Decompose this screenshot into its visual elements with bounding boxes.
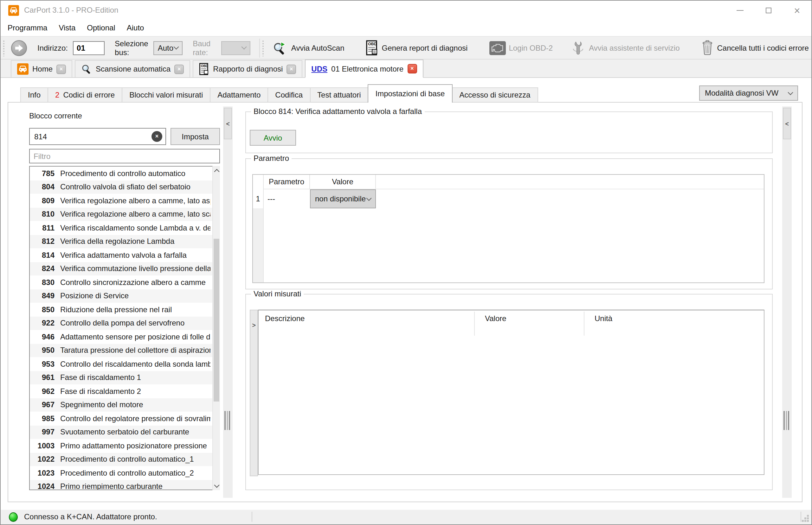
block-list-item[interactable]: 961 Fase di riscaldamento 1: [30, 371, 219, 385]
parameter-group-title: Parametro: [251, 154, 292, 163]
subtab-basic-settings[interactable]: Impostazioni di base: [368, 84, 452, 103]
subtab-info[interactable]: Info: [20, 87, 48, 103]
menu-vista[interactable]: Vista: [53, 21, 81, 35]
left-splitter[interactable]: <: [223, 106, 233, 498]
close-button[interactable]: ×: [783, 1, 811, 20]
block-list-item[interactable]: 953 Controllo del riscaldamento della so…: [30, 357, 219, 371]
parameter-column-header: Parametro: [264, 175, 310, 189]
set-block-button[interactable]: Imposta: [171, 128, 220, 145]
expand-panel-button[interactable]: >: [250, 310, 258, 476]
subtab-adaptation[interactable]: Adattamento: [210, 87, 268, 103]
clear-input-icon[interactable]: ×: [151, 131, 162, 142]
block-description: Procedimento di controllo automatico_2: [60, 469, 211, 478]
subtab-security-access[interactable]: Accesso di sicurezza: [452, 87, 538, 103]
autoscan-button[interactable]: Avvia AutoScan: [270, 40, 347, 56]
block-list-item[interactable]: 814 Verifica adattamento valvola a farfa…: [30, 248, 219, 262]
chevron-down-icon: [788, 90, 793, 95]
subtab-measured-blocks[interactable]: Blocchi valori misurati: [122, 87, 211, 103]
block-list-item[interactable]: 1003 Primo adattamento posizionatore pre…: [30, 439, 219, 452]
block-list-item[interactable]: 812 Verifica della regolazione Lambda: [30, 235, 219, 248]
maximize-button[interactable]: [754, 1, 783, 20]
go-arrow-button[interactable]: [11, 40, 27, 56]
measured-values-table: Descrizione Valore Unità: [258, 310, 765, 475]
scrollbar-thumb[interactable]: [214, 239, 219, 402]
block-list-item[interactable]: 850 Riduzione della pressione nel rail: [30, 303, 219, 316]
tab-close-icon[interactable]: ×: [174, 64, 184, 74]
block-list-item[interactable]: 1023 Procedimento di controllo automatic…: [30, 466, 219, 480]
diagnosis-report-button[interactable]: OBD Genera report di diagnosi: [364, 39, 470, 57]
collapse-right-button[interactable]: <: [783, 108, 791, 139]
block-list-item[interactable]: 985 Controllo del regolatore pressione d…: [30, 411, 219, 425]
filter-input[interactable]: [29, 149, 220, 163]
block-list-item[interactable]: 785 Procedimento di controllo automatico: [30, 167, 219, 180]
block-number: 830: [33, 278, 55, 287]
clear-error-codes-button[interactable]: Cancella tutti i codici errore: [699, 39, 811, 57]
app-car-icon: [8, 5, 19, 16]
scroll-down-arrow[interactable]: [213, 481, 220, 490]
block-description: Controllo del riscaldamento della sonda …: [60, 360, 211, 369]
subtab-actuator-test[interactable]: Test attuatori: [310, 87, 368, 103]
block-list-item[interactable]: 1022 Procedimento di controllo automatic…: [30, 452, 219, 466]
column-divider: [584, 312, 584, 336]
menu-optional[interactable]: Optional: [81, 21, 121, 35]
block-list[interactable]: 785 Procedimento di controllo automatico…: [29, 166, 220, 490]
tab-close-icon-red[interactable]: ×: [407, 64, 417, 73]
block-number: 1022: [33, 455, 55, 464]
block-list-item[interactable]: 849 Posizione di Service: [30, 289, 219, 303]
maximize-icon: [766, 7, 771, 13]
block-list-item[interactable]: 809 Verifica regolazione albero a camme,…: [30, 194, 219, 207]
tab-uds-engine[interactable]: UDS 01 Elettronica motore ×: [305, 60, 423, 78]
block-list-item[interactable]: 922 Controllo della pompa del servofreno: [30, 316, 219, 330]
bus-select-label: Selezione bus:: [115, 39, 148, 57]
right-splitter[interactable]: <: [782, 106, 792, 498]
menu-programma[interactable]: Programma: [2, 21, 53, 35]
block-list-item[interactable]: 810 Verifica regolazione albero a camme,…: [30, 207, 219, 221]
toolbar-grip[interactable]: [262, 40, 265, 56]
block-number: 946: [33, 332, 55, 341]
service-assistant-label: Avvia assistente di servizio: [589, 43, 680, 52]
resize-grip-icon[interactable]: [802, 515, 810, 523]
scrollbar[interactable]: [212, 166, 220, 490]
chevron-down-icon: [174, 44, 179, 50]
tab-autoscan-label: Scansione automatica: [96, 64, 171, 73]
block-list-item[interactable]: 824 Verifica commutazione livello pressi…: [30, 262, 219, 275]
block-description: Posizione di Service: [60, 291, 211, 300]
chevron-down-icon: [366, 195, 372, 201]
tab-close-icon[interactable]: ×: [287, 64, 296, 74]
tab-home[interactable]: Home ×: [11, 60, 72, 78]
block-list-item[interactable]: 997 Svuotamento serbatoio del carburante: [30, 425, 219, 439]
status-bar: Connesso a K+CAN. Adattatore pronto.: [1, 509, 811, 524]
block-number: 950: [33, 346, 55, 355]
block-number-input[interactable]: 814 ×: [29, 128, 166, 145]
address-input[interactable]: [73, 41, 105, 55]
block-list-item[interactable]: 950 Taratura pressione del collettore di…: [30, 344, 219, 357]
subtab-coding[interactable]: Codifica: [267, 87, 310, 103]
block-list-item[interactable]: 967 Spegnimento del motore: [30, 398, 219, 411]
minimize-button[interactable]: [726, 1, 754, 20]
collapse-left-button[interactable]: <: [224, 108, 232, 139]
toolbar-grip[interactable]: [2, 40, 6, 56]
block-number: 811: [33, 224, 55, 232]
value-dropdown[interactable]: non disponibile: [310, 189, 376, 208]
block-list-item[interactable]: 946 Adattamento sensore per posizione di…: [30, 330, 219, 344]
bus-select[interactable]: Auto: [154, 41, 183, 55]
block-number: 953: [33, 360, 55, 369]
start-button[interactable]: Avvio: [250, 130, 296, 146]
tab-diagnosis-report[interactable]: OBD Rapporto di diagnosi ×: [193, 60, 302, 78]
tab-close-icon[interactable]: ×: [56, 64, 66, 74]
block-list-item[interactable]: 962 Fase di riscaldamento 2: [30, 385, 219, 398]
subtab-error-codes[interactable]: 2Codici di errore: [47, 87, 122, 103]
tab-autoscan[interactable]: Scansione automatica ×: [75, 60, 190, 78]
menu-aiuto[interactable]: Aiuto: [121, 21, 150, 35]
chevron-up-icon: [214, 169, 219, 175]
splitter-grip[interactable]: [783, 411, 789, 430]
block-list-item[interactable]: 804 Controllo valvola di sfiato del serb…: [30, 180, 219, 194]
value-column-header: Valore: [310, 175, 376, 189]
block-list-item[interactable]: 1024 Primo riempimento carburante: [30, 480, 219, 490]
scroll-up-arrow[interactable]: [213, 166, 220, 176]
splitter-grip[interactable]: [224, 411, 230, 430]
toolbar-separator: [260, 38, 260, 57]
diagnosis-mode-select[interactable]: Modalità diagnosi VW: [699, 86, 798, 101]
block-list-item[interactable]: 830 Controllo sincronizzazione albero a …: [30, 275, 219, 289]
block-list-item[interactable]: 811 Verifica riscaldamento sonde Lambda …: [30, 221, 219, 235]
